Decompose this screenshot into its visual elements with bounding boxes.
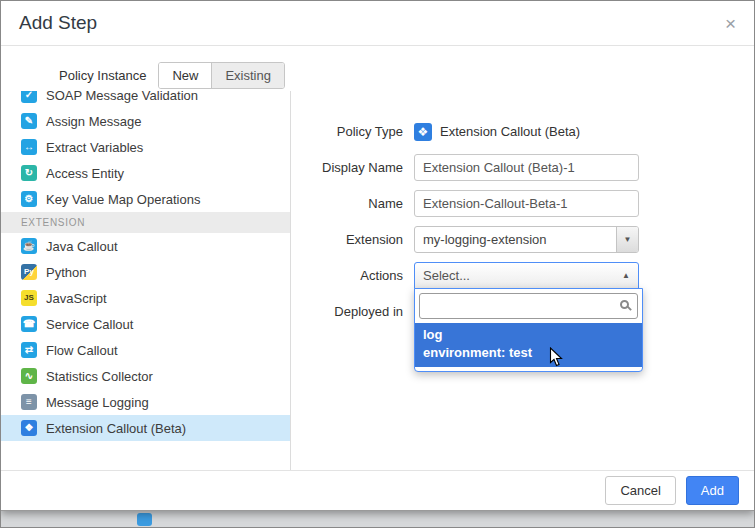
list-item-flow-callout[interactable]: ⇄ Flow Callout: [1, 337, 290, 363]
list-item-label: Service Callout: [46, 317, 133, 332]
close-icon[interactable]: ×: [725, 14, 736, 33]
add-step-modal: Add Step × Policy Instance New Existing …: [1, 1, 754, 511]
python-icon: Py: [21, 264, 37, 280]
actions-label: Actions: [301, 262, 403, 289]
list-item-javascript[interactable]: JS JavaScript: [1, 285, 290, 311]
list-item-label: Assign Message: [46, 114, 141, 129]
javascript-icon: JS: [21, 290, 37, 306]
list-item-label: Python: [46, 265, 86, 280]
cancel-button[interactable]: Cancel: [605, 476, 675, 505]
refresh-icon: ↻: [21, 165, 37, 181]
list-item-soap-message-validation[interactable]: ✓ SOAP Message Validation: [1, 91, 290, 108]
list-item-label: JavaScript: [46, 291, 107, 306]
policy-type-row: Policy Type ❖ Extension Callout (Beta): [301, 118, 751, 145]
list-item-label: SOAP Message Validation: [46, 91, 198, 103]
list-item-label: Flow Callout: [46, 343, 118, 358]
key-icon: ⚙: [21, 191, 37, 207]
list-item-extension-callout-beta[interactable]: ❖ Extension Callout (Beta): [1, 415, 290, 441]
actions-select-placeholder: Select...: [423, 268, 470, 283]
flow-icon: ⇄: [21, 342, 37, 358]
dropdown-option-log[interactable]: log environment: test: [415, 323, 642, 367]
deployed-in-label: Deployed in: [301, 298, 403, 325]
extension-icon: ❖: [21, 420, 37, 436]
chevron-down-icon: ▼: [616, 227, 638, 252]
dropdown-search-input[interactable]: [419, 293, 638, 319]
policy-type-text: Extension Callout (Beta): [440, 124, 580, 139]
policy-list[interactable]: ✓ SOAP Message Validation ✎ Assign Messa…: [1, 91, 291, 472]
list-item-key-value-map-operations[interactable]: ⚙ Key Value Map Operations: [1, 186, 290, 212]
policy-instance-toggle: New Existing: [158, 62, 285, 89]
check-icon: ✓: [21, 91, 37, 103]
list-item-label: Key Value Map Operations: [46, 192, 200, 207]
extract-icon: ↔: [21, 139, 37, 155]
name-input[interactable]: [414, 190, 639, 217]
extension-label: Extension: [301, 226, 403, 253]
java-icon: ☕: [21, 238, 37, 254]
modal-footer: Cancel Add: [1, 470, 754, 510]
display-name-row: Display Name: [301, 154, 751, 181]
modal-header: Add Step ×: [1, 1, 754, 46]
actions-select[interactable]: Select... ▲: [414, 262, 639, 289]
toggle-existing-button[interactable]: Existing: [211, 63, 284, 88]
list-item-service-callout[interactable]: ☎ Service Callout: [1, 311, 290, 337]
extension-row: Extension my-logging-extension ▼: [301, 226, 751, 253]
background-page: [1, 510, 754, 527]
policy-form: Policy Type ❖ Extension Callout (Beta) D…: [301, 118, 751, 334]
list-item-assign-message[interactable]: ✎ Assign Message: [1, 108, 290, 134]
list-item-access-entity[interactable]: ↻ Access Entity: [1, 160, 290, 186]
list-item-python[interactable]: Py Python: [1, 259, 290, 285]
display-name-input[interactable]: [414, 154, 639, 181]
list-item-extract-variables[interactable]: ↔ Extract Variables: [1, 134, 290, 160]
list-item-label: Access Entity: [46, 166, 124, 181]
chart-icon: ∿: [21, 368, 37, 384]
toggle-new-button[interactable]: New: [159, 63, 211, 88]
name-row: Name: [301, 190, 751, 217]
actions-row: Actions Select... ▲ log environment: tes…: [301, 262, 751, 289]
policy-instance-row: Policy Instance New Existing: [59, 61, 754, 89]
list-item-label: Java Callout: [46, 239, 118, 254]
list-item-statistics-collector[interactable]: ∿ Statistics Collector: [1, 363, 290, 389]
log-icon: ≡: [21, 394, 37, 410]
list-item-java-callout[interactable]: ☕ Java Callout: [1, 233, 290, 259]
list-item-label: Extract Variables: [46, 140, 143, 155]
phone-icon: ☎: [21, 316, 37, 332]
policy-type-value: ❖ Extension Callout (Beta): [414, 118, 580, 145]
extension-select[interactable]: my-logging-extension ▼: [414, 226, 639, 253]
actions-dropdown-panel: log environment: test: [414, 288, 643, 372]
option-subtitle: environment: test: [423, 344, 634, 362]
extension-select-value: my-logging-extension: [415, 232, 555, 247]
dropdown-options: log environment: test: [415, 323, 642, 367]
extension-icon: ❖: [414, 123, 432, 141]
section-header-extension: EXTENSION: [1, 212, 290, 233]
display-name-label: Display Name: [301, 154, 403, 181]
screen: Add Step × Policy Instance New Existing …: [0, 0, 755, 528]
list-item-label: Statistics Collector: [46, 369, 153, 384]
name-label: Name: [301, 190, 403, 217]
chevron-up-icon: ▲: [622, 271, 630, 280]
list-item-label: Message Logging: [46, 395, 149, 410]
policy-instance-label: Policy Instance: [59, 68, 146, 83]
add-button[interactable]: Add: [686, 476, 739, 505]
pencil-icon: ✎: [21, 113, 37, 129]
list-item-message-logging[interactable]: ≡ Message Logging: [1, 389, 290, 415]
search-icon: [620, 300, 629, 309]
option-title: log: [423, 326, 634, 344]
modal-title: Add Step: [19, 12, 97, 34]
dropdown-search: [419, 293, 638, 319]
list-item-label: Extension Callout (Beta): [46, 421, 186, 436]
policy-type-label: Policy Type: [301, 118, 403, 145]
background-proxy-icon: [137, 513, 152, 526]
